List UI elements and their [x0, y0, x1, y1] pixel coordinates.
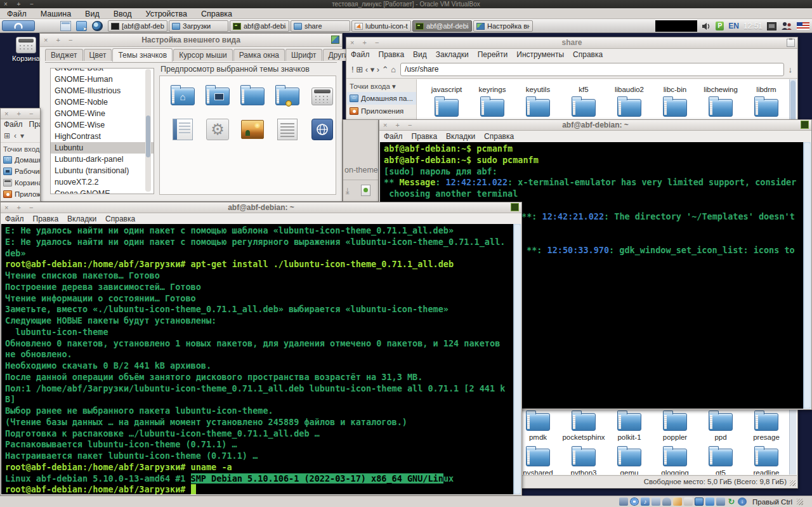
chevron-icon[interactable]: ⤓ [346, 186, 356, 196]
host-menu-item[interactable]: Справка [194, 8, 239, 19]
menu-item[interactable]: Справка [101, 214, 140, 223]
folder-item[interactable]: libc-bin [652, 86, 698, 93]
menu-item[interactable]: Вид [409, 50, 431, 59]
path-down-icon[interactable]: ↓ [789, 65, 793, 74]
place-home[interactable]: Домашняя па... [347, 92, 416, 105]
folder-item[interactable] [652, 99, 698, 117]
theme-list-scrollbar[interactable] [145, 69, 151, 192]
folder-item[interactable] [606, 79, 652, 85]
theme-list-item[interactable]: GNOME-Dust [51, 68, 154, 74]
folder-item[interactable]: presage [743, 413, 789, 441]
folder-item[interactable] [424, 79, 469, 85]
menu-item[interactable]: Правка [407, 132, 442, 141]
toolbar-button[interactable]: ‹ [14, 131, 16, 140]
folder-item[interactable]: qt5 [698, 449, 743, 475]
host-menu-item[interactable]: Ввод [107, 8, 139, 19]
window-controls[interactable]: × + − [4, 202, 36, 213]
folder-item[interactable]: keyrings [469, 86, 515, 93]
window-controls[interactable]: × + − [4, 109, 36, 119]
resize-grip[interactable] [797, 499, 803, 505]
folder-item[interactable] [515, 99, 561, 117]
folder-item[interactable] [424, 99, 469, 117]
window-controls[interactable]: × + − [350, 37, 382, 48]
menu-item[interactable]: Файл [346, 50, 374, 59]
hdd-icon[interactable] [619, 497, 628, 506]
terminal-screen[interactable]: E: Не удалось найти ни один пакет с помо… [1, 224, 521, 494]
share-titlebar[interactable]: × + − share [346, 37, 797, 49]
places-header[interactable]: Точки входа ▾ [347, 79, 416, 92]
folder-item[interactable]: python3 [561, 449, 606, 475]
theme-list-item[interactable]: GNOME-Wise [51, 119, 154, 131]
card-icon[interactable] [684, 497, 693, 506]
audio-icon[interactable]: ♪ [641, 497, 650, 506]
menu-item[interactable]: Справка [568, 50, 607, 59]
folder-item[interactable]: kf5 [561, 86, 606, 93]
us-flag-icon[interactable] [797, 22, 809, 30]
menu-item[interactable]: Файл [379, 132, 407, 141]
video-icon[interactable] [716, 497, 725, 506]
terminal-titlebar[interactable]: × + − abf@abf-debian: ~ [1, 202, 521, 213]
folder-item[interactable]: poppler [652, 413, 698, 441]
keyboard-layout-indicator[interactable]: EN [728, 22, 739, 30]
display-icon[interactable] [695, 497, 704, 506]
screen-preview-box[interactable] [655, 20, 697, 32]
pen-icon[interactable] [673, 497, 682, 506]
file-manager-icon[interactable] [76, 21, 87, 31]
folder-item[interactable] [698, 99, 743, 117]
folder-item[interactable] [698, 79, 743, 85]
download-icon[interactable]: ↓ [738, 497, 747, 506]
path-bar[interactable]: /usr/share [400, 63, 783, 76]
theme-list-item[interactable]: HighContrast [51, 131, 154, 142]
theme-list-item[interactable]: nuoveXT.2.2 [51, 176, 154, 188]
menu-item[interactable]: Файл [1, 214, 29, 223]
menu-item[interactable]: Перейти [473, 50, 513, 59]
taskbar-button[interactable]: abf@abf-debian:... [412, 20, 472, 32]
tab-Виджет[interactable]: Виджет [45, 49, 83, 61]
optical-icon[interactable] [630, 497, 639, 506]
folder-item[interactable]: qemu [606, 449, 652, 475]
toolbar-button[interactable]: ▾ [20, 131, 24, 140]
display-settings-icon[interactable] [767, 22, 776, 30]
folder-item[interactable]: qlogging [652, 449, 698, 475]
menu-item[interactable]: Закладки [431, 50, 473, 59]
folder-item[interactable] [652, 79, 698, 85]
folder-item[interactable]: libaudio2 [606, 86, 652, 93]
battery-icon[interactable]: P [716, 22, 724, 30]
place-desktop[interactable]: Рабочий [1, 166, 40, 177]
terminal-titlebar[interactable]: × + − abf@abf-debian: ~ [379, 120, 811, 131]
place-home[interactable]: Домашняя [1, 154, 40, 166]
taskbar-button[interactable]: lubuntu-icon-the... [351, 20, 411, 32]
tab-Темы значков[interactable]: Темы значков [112, 48, 173, 62]
taskbar-button[interactable]: Загрузки [169, 20, 228, 32]
menu-item[interactable]: Файл [1, 120, 26, 129]
menu-item[interactable]: Правка [29, 214, 63, 223]
tab-Курсор мыши[interactable]: Курсор мыши [173, 49, 233, 61]
file-icon[interactable] [361, 185, 370, 196]
tab-Рамка окна[interactable]: Рамка окна [233, 49, 285, 61]
folder-item[interactable]: pocketsphinx [561, 413, 606, 441]
refresh-icon[interactable]: ↻ [727, 497, 736, 506]
host-menu-item[interactable]: Файл [0, 8, 34, 19]
folder-item[interactable] [743, 79, 789, 85]
tab-Шрифт[interactable]: Шрифт [285, 49, 322, 61]
folder-item[interactable]: libdrm [743, 86, 789, 93]
host-menu-item[interactable]: Вид [78, 8, 107, 19]
network-icon[interactable] [652, 497, 660, 506]
menu-item[interactable]: Правка [26, 120, 41, 129]
web-browser-icon[interactable] [92, 21, 103, 31]
tab-Цвет[interactable]: Цвет [84, 49, 112, 61]
window-controls[interactable]: × + − [383, 120, 415, 131]
folder-item[interactable]: ppd [698, 413, 743, 441]
folder-item[interactable] [469, 79, 515, 85]
folder-item[interactable] [515, 79, 561, 85]
folder-item[interactable] [743, 99, 789, 117]
taskbar-button[interactable]: Настройка вне... [473, 20, 533, 32]
start-menu-button[interactable] [2, 20, 35, 31]
folder-item[interactable] [561, 99, 606, 117]
menu-item[interactable]: Инструменты [512, 50, 568, 59]
theme-list-item[interactable]: Lubuntu [51, 142, 154, 154]
taskbar-button[interactable]: share [291, 20, 350, 32]
volume-icon[interactable] [702, 22, 711, 30]
appearance-titlebar[interactable]: × + − Настройка внешнего вида [40, 34, 342, 47]
place-apps[interactable]: Приложения [347, 105, 416, 117]
